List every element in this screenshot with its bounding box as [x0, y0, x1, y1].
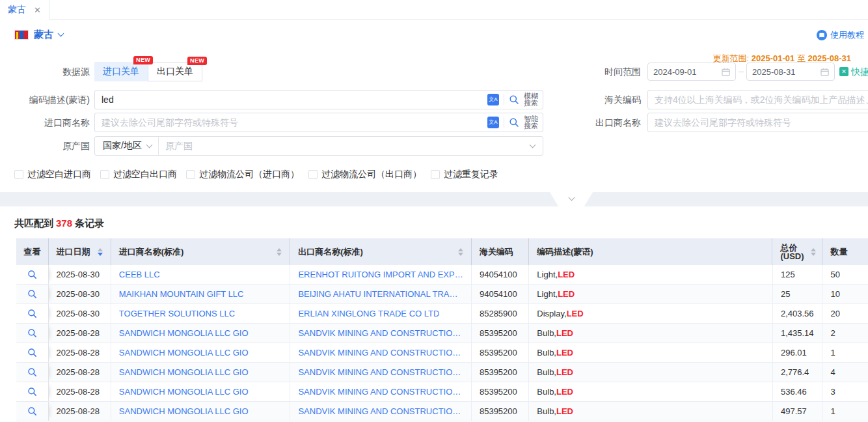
view-record-button[interactable]	[27, 328, 37, 338]
importer-link[interactable]: TOGETHER SOLUTIONS LLC	[119, 309, 235, 318]
update-range-start: 2025-01-01	[752, 53, 795, 63]
code-desc-input[interactable]	[95, 91, 487, 109]
sort-control[interactable]	[277, 248, 282, 256]
exporter-link[interactable]: SANDVIK MINING AND CONSTRUCTION L...	[298, 348, 463, 358]
code-desc-cell: Light, LED	[529, 285, 773, 303]
quantity-cell: 3	[822, 382, 868, 401]
tab-import-declarations[interactable]: 进口关单 NEW	[94, 62, 148, 81]
exporter-cell: SANDVIK MINING AND CONSTRUCTION L...	[290, 402, 472, 421]
exporter-link[interactable]: ERLIAN XINGLONG TRADE CO LTD	[298, 309, 439, 318]
view-cell	[16, 382, 49, 401]
app-window: 蒙古 ✕ 蒙古 使用教程 更新范围: 2025-01-01 至 2025-08-…	[0, 0, 868, 422]
total-price-cell: 1,435.14	[773, 324, 823, 343]
highlight-led: LED	[556, 387, 573, 397]
checkbox-icon[interactable]	[14, 170, 23, 179]
origin-input[interactable]	[159, 137, 530, 155]
header-import-date[interactable]: 进口日期	[49, 238, 111, 265]
total-price-cell: 125	[773, 265, 823, 284]
tutorial-link[interactable]: 使用教程	[817, 29, 864, 41]
sort-control[interactable]	[98, 248, 103, 256]
view-record-icon	[27, 309, 37, 318]
checkbox-icon[interactable]	[431, 170, 440, 179]
date-start-input[interactable]	[653, 67, 713, 77]
exporter-link[interactable]: ERENHOT RUITONG IMPORT AND EXPORT ...	[298, 270, 463, 279]
header-total-price[interactable]: 总价(USD)	[772, 238, 822, 265]
country-selector[interactable]: 蒙古	[14, 29, 63, 41]
quick-select-button[interactable]: ✕ 快捷	[839, 62, 868, 81]
importer-input[interactable]	[95, 113, 487, 132]
header-quantity: 数量	[822, 238, 868, 265]
import-date-cell: 2025-08-28	[49, 343, 111, 362]
tutorial-label: 使用教程	[830, 29, 864, 41]
header-importer[interactable]: 进口商名称(标准)	[111, 238, 290, 265]
total-price-cell: 296.01	[773, 343, 823, 362]
exporter-link[interactable]: BEIJING AHATU INTERNATIONAL TRADE C...	[298, 289, 463, 299]
checkbox-filter-blank-importer[interactable]: 过滤空白进口商	[14, 169, 91, 180]
smart-search-toggle[interactable]: 智能 搜索	[524, 115, 538, 130]
checkbox-icon[interactable]	[186, 170, 195, 179]
hs-code-cell: 85395200	[472, 402, 529, 421]
importer-link[interactable]: SANDWICH MONGOLIA LLC GIO	[119, 387, 249, 397]
view-record-icon	[27, 387, 37, 397]
view-record-button[interactable]	[27, 406, 37, 416]
chevron-down-icon	[58, 31, 64, 37]
window-tab-mongolia[interactable]: 蒙古 ✕	[0, 0, 49, 20]
view-record-button[interactable]	[27, 367, 37, 377]
code-desc-cell: Display, LED	[529, 304, 773, 323]
date-start-field[interactable]	[647, 63, 736, 81]
date-range-separator: –	[737, 62, 745, 81]
exporter-link[interactable]: SANDVIK MINING AND CONSTRUCTION L...	[298, 387, 463, 397]
filter-checkbox-row: 过滤空白进口商 过滤空白出口商 过滤物流公司（进口商） 过滤物流公司（出口商） …	[14, 169, 498, 180]
checkbox-icon[interactable]	[308, 170, 318, 179]
search-icon[interactable]	[509, 117, 519, 128]
collapse-filters-button[interactable]	[550, 192, 593, 206]
tab-export-declarations[interactable]: 出口关单 NEW	[148, 62, 202, 81]
chevron-down-icon	[146, 141, 152, 148]
region-select[interactable]: 国家/地区	[95, 137, 159, 155]
exporter-link[interactable]: SANDVIK MINING AND CONSTRUCTION L...	[298, 406, 463, 416]
close-tab-icon[interactable]: ✕	[34, 5, 41, 15]
checkbox-filter-logistics-exporter[interactable]: 过滤物流公司（出口商）	[308, 169, 422, 180]
fuzzy-search-toggle[interactable]: 模糊 搜索	[524, 92, 538, 107]
sort-control[interactable]	[458, 248, 463, 256]
importer-link[interactable]: SANDWICH MONGOLIA LLC GIO	[119, 348, 249, 358]
header-code-desc: 编码描述(蒙语)	[529, 238, 772, 265]
checkbox-filter-blank-exporter[interactable]: 过滤空白出口商	[100, 169, 177, 180]
hs-code-field	[647, 90, 868, 109]
view-record-button[interactable]	[27, 289, 37, 299]
translate-icon[interactable]: 文A	[487, 94, 499, 106]
checkbox-icon[interactable]	[100, 170, 109, 179]
importer-link[interactable]: SANDWICH MONGOLIA LLC GIO	[119, 328, 249, 338]
checkbox-filter-logistics-importer[interactable]: 过滤物流公司（进口商）	[186, 169, 299, 180]
exporter-cell: SANDVIK MINING AND CONSTRUCTION L...	[290, 324, 472, 343]
sort-control[interactable]	[811, 248, 816, 256]
search-icon[interactable]	[509, 94, 519, 105]
importer-link[interactable]: SANDWICH MONGOLIA LLC GIO	[119, 367, 249, 377]
view-record-button[interactable]	[27, 270, 37, 279]
view-cell	[16, 324, 49, 343]
checkbox-filter-duplicates[interactable]: 过滤重复记录	[431, 169, 498, 180]
table-row: 2025-08-28SANDWICH MONGOLIA LLC GIOSANDV…	[16, 363, 868, 382]
exporter-link[interactable]: SANDVIK MINING AND CONSTRUCTION L...	[298, 367, 463, 377]
importer-link[interactable]: MAIKHAN MOUNTAIN GIFT LLC	[119, 289, 244, 299]
view-record-button[interactable]	[27, 309, 37, 318]
view-record-button[interactable]	[27, 387, 37, 397]
exporter-link[interactable]: SANDVIK MINING AND CONSTRUCTION L...	[298, 328, 463, 338]
hs-code-input[interactable]	[648, 91, 868, 109]
importer-link[interactable]: CEEB LLC	[119, 270, 160, 279]
origin-label: 原产国	[0, 136, 90, 156]
translate-icon[interactable]: 文A	[487, 117, 499, 128]
importer-link[interactable]: SANDWICH MONGOLIA LLC GIO	[119, 406, 249, 416]
exporter-input[interactable]	[648, 113, 868, 132]
origin-field: 国家/地区	[94, 136, 543, 156]
page-header: 蒙古 使用教程	[0, 20, 868, 51]
filter-panel-divider	[0, 192, 868, 206]
date-end-input[interactable]	[752, 67, 812, 77]
exporter-cell: SANDVIK MINING AND CONSTRUCTION L...	[290, 382, 472, 401]
table-row: 2025-08-28SANDWICH MONGOLIA LLC GIOSANDV…	[16, 324, 868, 343]
importer-cell: TOGETHER SOLUTIONS LLC	[111, 304, 291, 323]
header-exporter[interactable]: 出口商名称(标准)	[290, 238, 471, 265]
view-record-button[interactable]	[27, 348, 37, 358]
quantity-cell: 4	[822, 363, 868, 382]
date-end-field[interactable]	[746, 63, 835, 81]
